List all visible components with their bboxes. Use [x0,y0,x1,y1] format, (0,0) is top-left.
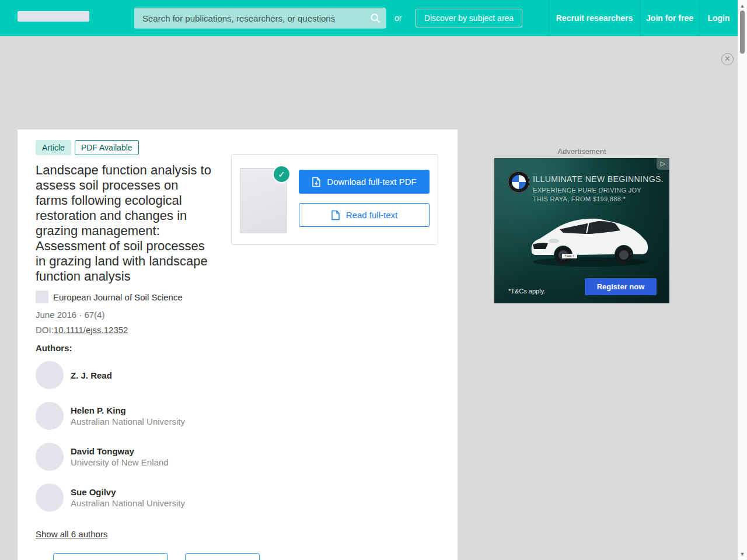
header-nav: Recruit researchers Join for free Login [549,0,738,36]
show-all-authors-link[interactable]: Show all 6 authors [36,529,107,539]
nav-recruit-researchers[interactable]: Recruit researchers [549,0,640,36]
top-navbar: or Discover by subject area Recruit rese… [0,0,738,36]
vertical-scrollbar[interactable]: ▲ ▼ [738,0,747,560]
article-type-badge: Article [36,140,71,155]
advertisement-banner[interactable]: ▷ ILLUMINATE NEW BEGINNINGS. EXPERIENCE … [494,158,669,303]
scrollbar-thumb[interactable] [740,10,745,54]
avatar[interactable] [36,402,64,430]
scroll-down-icon[interactable]: ▼ [739,552,745,556]
ad-terms: *T&Cs apply. [508,288,545,295]
cutoff-action-button[interactable] [185,553,260,560]
license-plate: THE 1 [562,254,577,258]
search-icon[interactable] [365,8,386,29]
cutoff-action-button[interactable] [53,553,168,560]
avatar[interactable] [36,484,64,512]
scroll-up-icon[interactable]: ▲ [739,4,745,8]
journal-icon [36,290,48,303]
authors-heading: Authors: [36,343,458,353]
advertisement-label: Advertisement [494,147,669,156]
author-row: Z. J. Read [36,361,458,389]
document-icon [331,210,340,220]
avatar[interactable] [36,443,64,471]
journal-name[interactable]: European Journal of Soil Science [53,292,183,302]
car-image [528,208,652,268]
researchgate-logo[interactable] [18,11,89,22]
register-now-button[interactable]: Register now [585,278,657,295]
ad-headline: ILLUMINATE NEW BEGINNINGS. [533,174,665,184]
author-affiliation: University of New Enland [71,457,169,467]
doi-link[interactable]: 10.1111/ejss.12352 [54,325,128,335]
journal-row: European Journal of Soil Science [36,290,458,303]
read-fulltext-button[interactable]: Read full-text [299,203,430,227]
author-affiliation: Australian National University [71,498,185,508]
authors-list: Z. J. Read Helen P. King Australian Nati… [36,361,458,512]
or-separator: or [395,0,402,36]
nav-login[interactable]: Login [699,0,738,36]
search-bar [134,8,386,29]
publication-card: Article PDF Available Landscape function… [18,130,458,560]
author-name[interactable]: Helen P. King [71,405,185,415]
pdf-available-badge: PDF Available [75,140,139,155]
badge-row: Article PDF Available [36,140,458,155]
author-name[interactable]: Z. J. Read [71,370,112,380]
author-row: David Tongway University of New Enland [36,443,458,471]
bmw-logo-icon [507,170,530,194]
bottom-buttons-row [53,553,260,560]
nav-join-for-free[interactable]: Join for free [640,0,699,36]
ad-subline: THIS RAYA, FROM $199,888.* [533,195,626,202]
discover-by-subject-button[interactable]: Discover by subject area [416,9,522,27]
publication-title: Landscape function analysis to assess so… [36,163,212,284]
check-icon: ✓ [273,165,291,183]
author-affiliation: Australian National University [71,416,185,426]
adchoices-icon[interactable]: ▷ [657,158,669,170]
doi-row: DOI:10.1111/ejss.12352 [36,325,458,335]
avatar[interactable] [36,361,64,389]
fulltext-action-box: ✓ Download full-text PDF Read full-text [231,154,438,245]
close-icon[interactable]: ✕ [721,53,734,65]
author-row: Sue Ogilvy Australian National Universit… [36,484,458,512]
download-pdf-icon [312,177,321,187]
download-pdf-button[interactable]: Download full-text PDF [299,170,430,194]
author-row: Helen P. King Australian National Univer… [36,402,458,430]
search-input[interactable] [134,8,365,29]
publication-date: June 2016 · 67(4) [36,310,458,320]
ad-subline: EXPERIENCE PURE DRIVING JOY [533,187,641,194]
doi-label: DOI: [36,325,54,335]
author-name[interactable]: Sue Ogilvy [71,487,185,497]
author-name[interactable]: David Tongway [71,446,169,456]
